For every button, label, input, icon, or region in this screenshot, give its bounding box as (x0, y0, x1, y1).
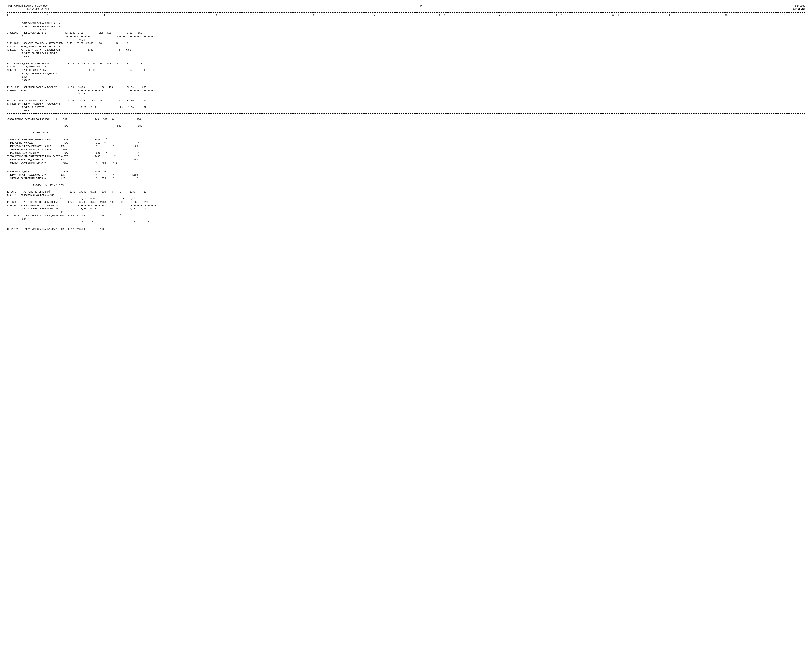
col-h-8: 8 : 1 (596, 14, 635, 17)
program-name: ПРОГРАММНЫЙ КОМПЛЕКС АБС-ЗЕС (7, 5, 49, 8)
col-h-2: 2 (47, 14, 87, 17)
page-header: ПРОГРАММНЫЙ КОМПЛЕКС АБС-ЗЕС 9о1-1-95.90… (7, 5, 805, 12)
col-h-7: 7 : 1 (539, 14, 579, 17)
page-container: ПРОГРАММНЫЙ КОМПЛЕКС АБС-ЗЕС 9о1-1-95.90… (7, 5, 805, 231)
page-number: -7- (418, 5, 423, 12)
totals-section-2: ИТОГО ПО РАЗДЕЛУ 1 РУБ. 2443 ~ * * НОРМА… (7, 167, 805, 231)
col-h-1: 1 : (7, 14, 31, 17)
col-h-6: 6 : 1 (482, 14, 522, 17)
col-h-9: 9 : 1 (652, 14, 692, 17)
header-left: ПРОГРАММНЫЙ КОМПЛЕКС АБС-ЗЕС 9о1-1-95.90… (7, 5, 49, 12)
doc-sub: 24559-03 (792, 8, 805, 12)
col-h-sep2: 1 (313, 14, 337, 17)
col-h-11: 11 (766, 14, 805, 17)
doc-number: 1141309 (792, 5, 805, 8)
main-content: АВТОМОБИЛИ-САМОСВАЛЫ ГРУП 1 ГРУППЫ ДЛЯ О… (7, 18, 805, 112)
top-divider (7, 12, 805, 13)
edition-info: 9о1-1-95.90 (9) (7, 8, 49, 11)
col-h-3: 3 (137, 14, 296, 17)
totals-section: ИТОГО ПРЯМЫЕ ЗАТРАТЫ ПО РАЗДЕЛУ 1 РУБ. 1… (7, 114, 805, 165)
section-divider-1 (7, 113, 805, 114)
col-h-5: 5 : 1 (418, 14, 466, 17)
col-h-10: 10 : 1 (709, 14, 749, 17)
section-divider-2 (7, 166, 805, 166)
header-right: 1141309 24559-03 (792, 5, 805, 12)
col-h-sep1: 1 (104, 14, 120, 17)
col-h-4: 4 : 1 (353, 14, 401, 17)
col-header-row: 1 : 2 1 3 1 4 : 1 5 : 1 6 : 1 7 : 1 8 : … (7, 14, 805, 18)
